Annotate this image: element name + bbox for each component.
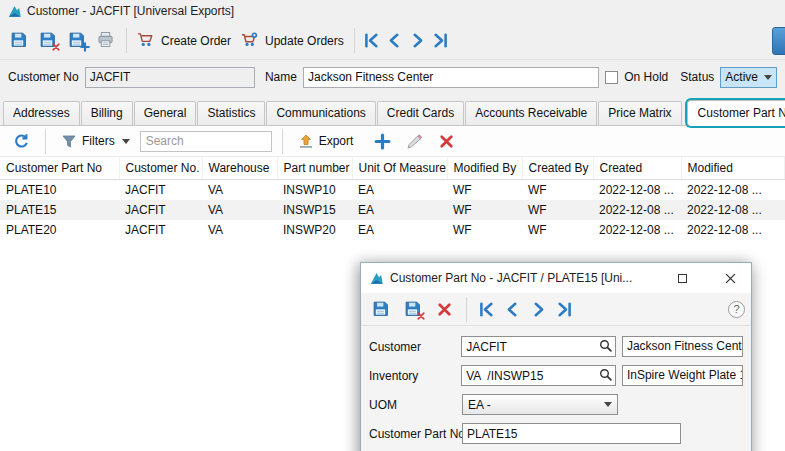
search-input[interactable] [140, 131, 272, 152]
create-order-button[interactable]: Create Order [132, 27, 236, 54]
tab-customer-part-nos[interactable]: Customer Part Nos [687, 100, 785, 126]
cell: 2022-12-08 ... [593, 200, 681, 220]
next-record-icon [530, 301, 547, 318]
customer-name-input[interactable] [303, 67, 599, 88]
column-header-created-by[interactable]: Created By [522, 157, 593, 180]
cell: VA [202, 220, 277, 240]
save-cancel-icon [39, 31, 58, 50]
customer-no-label: Customer No [8, 70, 79, 84]
first-record-button[interactable] [360, 30, 383, 51]
dialog-last-record-button[interactable] [553, 299, 576, 320]
customer-part-no-input[interactable] [462, 423, 681, 444]
cell: WF [522, 220, 593, 240]
cell: 2022-12-08 ... [593, 220, 681, 240]
save-cancel-button[interactable] [34, 27, 63, 54]
add-button[interactable] [369, 129, 396, 154]
tab-billing[interactable]: Billing [81, 101, 133, 125]
search-icon[interactable] [599, 368, 613, 382]
toolbar-separator [466, 297, 467, 322]
table-row[interactable]: PLATE20 JACFIT VA INSWP20 EA WF WF 2022-… [0, 220, 785, 240]
dialog-next-record-button[interactable] [527, 299, 550, 320]
cell: EA [352, 220, 447, 240]
dialog-close-button[interactable] [709, 264, 751, 293]
save-button[interactable] [5, 27, 34, 54]
cell: WF [522, 200, 593, 220]
next-record-button[interactable] [406, 30, 429, 51]
chevron-down-icon [764, 75, 772, 80]
last-record-icon [432, 32, 449, 49]
refresh-button[interactable] [8, 129, 35, 154]
last-record-button[interactable] [429, 30, 452, 51]
first-record-icon [363, 32, 380, 49]
customer-no-input[interactable] [85, 67, 255, 88]
column-header-part-number[interactable]: Part number [277, 157, 352, 180]
customer-part-no-dialog: Customer Part No - JACFIT / PLATE15 [Uni… [360, 262, 752, 451]
tab-addresses[interactable]: Addresses [3, 101, 80, 125]
print-button[interactable] [92, 27, 121, 54]
on-hold-checkbox[interactable] [605, 71, 618, 84]
previous-record-button[interactable] [383, 30, 406, 51]
delete-button[interactable] [433, 129, 460, 154]
export-button[interactable]: Export [293, 129, 359, 153]
column-header-warehouse[interactable]: Warehouse [202, 157, 277, 180]
table-row[interactable]: PLATE10 JACFIT VA INSWP10 EA WF WF 2022-… [0, 180, 785, 201]
toolbar-separator [45, 129, 46, 154]
filters-label: Filters [82, 134, 115, 148]
search-icon[interactable] [599, 339, 613, 353]
export-icon [298, 133, 314, 149]
list-toolbar: Filters Export [0, 126, 785, 157]
dialog-first-record-button[interactable] [475, 299, 498, 320]
column-header-unit-of-measure[interactable]: Unit Of Measure [352, 157, 447, 180]
tab-credit-cards[interactable]: Credit Cards [377, 101, 464, 125]
edit-button[interactable] [401, 129, 428, 154]
column-header-modified-by[interactable]: Modified By [447, 157, 522, 180]
status-value: Active [725, 70, 758, 84]
dialog-previous-record-button[interactable] [501, 299, 524, 320]
dialog-delete-button[interactable] [431, 297, 458, 322]
filters-button[interactable]: Filters [56, 129, 135, 153]
column-header-customer-part-no[interactable]: Customer Part No [0, 157, 119, 180]
inventory-label: Inventory [369, 369, 461, 383]
uom-value: EA - [468, 398, 491, 412]
column-header-customer-no[interactable]: Customer No. [119, 157, 202, 180]
cell: INSWP15 [277, 200, 352, 220]
uom-dropdown[interactable]: EA - [462, 394, 618, 415]
status-dropdown[interactable]: Active [720, 67, 777, 88]
cell: 2022-12-08 ... [681, 220, 785, 240]
save-new-icon [68, 31, 87, 50]
dialog-app-icon [369, 271, 384, 286]
dialog-save-cancel-button[interactable] [399, 296, 428, 323]
name-label: Name [265, 70, 297, 84]
dialog-save-button[interactable] [367, 296, 396, 323]
table-row[interactable]: PLATE15 JACFIT VA INSWP15 EA WF WF 2022-… [0, 200, 785, 220]
tab-price-matrix[interactable]: Price Matrix [598, 101, 681, 125]
cell: JACFIT [119, 200, 202, 220]
create-order-cart-icon [137, 31, 156, 50]
save-new-button[interactable] [63, 27, 92, 54]
column-header-created[interactable]: Created [593, 157, 681, 180]
cell: PLATE20 [0, 220, 119, 240]
update-orders-button[interactable]: Update Orders [236, 27, 349, 54]
dialog-title: Customer Part No - JACFIT / PLATE15 [Uni… [390, 271, 655, 285]
tab-general[interactable]: General [134, 101, 197, 125]
tab-accounts-receivable[interactable]: Accounts Receivable [465, 101, 597, 125]
cell: WF [522, 180, 593, 201]
tab-statistics[interactable]: Statistics [197, 101, 265, 125]
clipped-toolbar-button[interactable] [772, 27, 785, 55]
delete-x-icon [436, 301, 453, 318]
toolbar-separator [126, 28, 127, 53]
chevron-down-icon [604, 402, 612, 407]
column-header-modified[interactable]: Modified [681, 157, 785, 180]
dialog-maximize-button[interactable] [661, 264, 703, 293]
tab-communications[interactable]: Communications [266, 101, 375, 125]
close-icon [725, 273, 736, 284]
table-header-row: Customer Part No Customer No. Warehouse … [0, 157, 785, 180]
cell: EA [352, 180, 447, 201]
pencil-icon [406, 133, 423, 150]
customer-lookup-input[interactable] [461, 336, 616, 357]
cell: JACFIT [119, 180, 202, 201]
dialog-toolbar: ? [361, 293, 751, 326]
help-button[interactable]: ? [728, 301, 745, 318]
cell: INSWP20 [277, 220, 352, 240]
inventory-lookup-input[interactable] [461, 365, 616, 386]
